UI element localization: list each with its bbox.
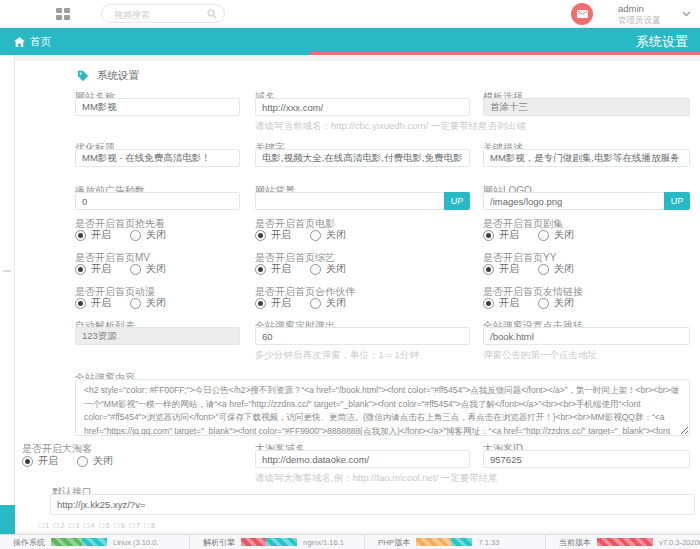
- footer-os: 操作系统 Linux (3.10.0.: [0, 535, 190, 549]
- footer-engine: 解析引擎 nginx/1.16.1: [190, 535, 365, 549]
- search-input[interactable]: [112, 6, 206, 23]
- footer-version-label: 当前版本: [559, 537, 591, 548]
- footer-os-value: Linux (3.10.0.: [113, 538, 158, 547]
- radio-on-label: 开启: [499, 296, 519, 310]
- dataoke-id-input[interactable]: [483, 450, 690, 468]
- radio-off[interactable]: [130, 230, 141, 241]
- envelope-icon: [577, 10, 588, 18]
- radio-off[interactable]: [130, 298, 141, 309]
- radio-on[interactable]: [483, 298, 494, 309]
- breadcrumb-bar: 首页 系统设置: [0, 28, 700, 55]
- video-search-box: [101, 4, 225, 23]
- radio-on[interactable]: [483, 230, 494, 241]
- panel-title: 系统设置: [97, 69, 139, 83]
- radio-off[interactable]: [310, 230, 321, 241]
- toggle-group: 开启 关闭: [483, 228, 574, 242]
- popup-interval-input[interactable]: [255, 327, 470, 345]
- radio-on[interactable]: [255, 298, 266, 309]
- user-menu[interactable]: admin 管理员设置: [618, 4, 661, 25]
- radio-on[interactable]: [255, 230, 266, 241]
- radio-off-label: 关闭: [326, 228, 346, 242]
- popup-interval-help: 多少分钟后再次弹窗，单位：1 = 1分钟: [255, 349, 419, 362]
- toggle-group: 开启 关闭: [255, 228, 346, 242]
- collapsed-sidebar: [0, 55, 15, 549]
- radio-off[interactable]: [310, 264, 321, 275]
- radio-on-label: 开启: [91, 228, 111, 242]
- radio-off-label: 关闭: [326, 296, 346, 310]
- notification-avatar[interactable]: [571, 3, 593, 25]
- radio-off[interactable]: [77, 456, 88, 467]
- parse-list-input[interactable]: [75, 327, 240, 345]
- radio-on-label: 开启: [271, 228, 291, 242]
- settings-card: 系统设置 网站名称 域名 请填写当前域名：http://cbc.yixuedh.…: [15, 61, 700, 532]
- home-icon: [14, 37, 25, 47]
- radio-on-label: 开启: [91, 296, 111, 310]
- toggle-group: 开启 关闭: [483, 296, 574, 310]
- toggle-group: 开启 关闭: [483, 262, 574, 276]
- footer-os-label: 操作系统: [13, 537, 45, 548]
- radio-off[interactable]: [130, 264, 141, 275]
- api-option-row-truncated[interactable]: ☐1 ☐2 ☐3 ☐4 ☐5 ☐6 ☐7 ☐8: [38, 522, 156, 530]
- site-logo-input[interactable]: [483, 192, 690, 210]
- footer-php-bar: [416, 538, 472, 546]
- ad-seconds-input[interactable]: [75, 192, 240, 210]
- sidebar-divider: [3, 270, 11, 272]
- site-logo-upload-button[interactable]: UP: [664, 192, 690, 210]
- popup-content-textarea[interactable]: <h2 style="color: #FF00FF;">今日公告</h2>搜不到…: [75, 379, 690, 436]
- status-footer: 操作系统 Linux (3.10.0. 解析引擎 nginx/1.16.1 PH…: [0, 534, 700, 549]
- username: admin: [618, 4, 661, 14]
- site-bg-input[interactable]: [255, 192, 470, 210]
- dataoke-toggle-group: 开启 关闭: [22, 454, 113, 468]
- radio-off-label: 关闭: [146, 228, 166, 242]
- apps-grid-icon[interactable]: [56, 8, 70, 20]
- popup-link-input[interactable]: [483, 327, 690, 345]
- breadcrumb-page: 系统设置: [636, 28, 688, 55]
- footer-php-value: 7.1.33: [478, 538, 499, 547]
- default-api-input[interactable]: [50, 494, 695, 515]
- description-input[interactable]: [483, 149, 690, 167]
- active-tab-underline: [310, 52, 700, 55]
- user-role: 管理员设置: [618, 15, 661, 25]
- seo-title-input[interactable]: [75, 149, 240, 167]
- radio-on[interactable]: [483, 264, 494, 275]
- radio-on[interactable]: [75, 230, 86, 241]
- toggle-group: 开启 关闭: [255, 262, 346, 276]
- radio-on[interactable]: [75, 264, 86, 275]
- footer-engine-value: nginx/1.16.1: [303, 538, 344, 547]
- footer-os-bar: [51, 538, 107, 546]
- top-bar: admin 管理员设置: [0, 0, 700, 28]
- panel-header: 系统设置: [77, 69, 139, 83]
- dataoke-domain-input[interactable]: [255, 450, 470, 468]
- radio-off[interactable]: [538, 298, 549, 309]
- chevron-down-icon[interactable]: [682, 11, 691, 17]
- breadcrumb-home[interactable]: 首页: [14, 28, 51, 55]
- radio-off[interactable]: [538, 264, 549, 275]
- site-name-input[interactable]: [75, 98, 240, 116]
- radio-off-label: 关闭: [146, 262, 166, 276]
- radio-off-label: 关闭: [93, 454, 113, 468]
- search-icon[interactable]: [207, 9, 217, 19]
- radio-on[interactable]: [22, 456, 33, 467]
- radio-on-label: 开启: [271, 262, 291, 276]
- radio-off[interactable]: [310, 298, 321, 309]
- radio-on-label: 开启: [91, 262, 111, 276]
- radio-off[interactable]: [538, 230, 549, 241]
- toggle-group: 开启 关闭: [75, 296, 166, 310]
- footer-engine-label: 解析引擎: [203, 537, 235, 548]
- system-settings-page: admin 管理员设置 首页 系统设置 系统设置: [0, 0, 700, 549]
- radio-off-label: 关闭: [326, 262, 346, 276]
- template-select[interactable]: [483, 98, 690, 116]
- domain-input[interactable]: [255, 98, 470, 116]
- site-bg-upload-button[interactable]: UP: [444, 192, 470, 210]
- radio-on[interactable]: [255, 264, 266, 275]
- footer-version-value: v7.0.3-20200329: [659, 538, 700, 547]
- toggle-group: 开启 关闭: [255, 296, 346, 310]
- radio-on-label: 开启: [271, 296, 291, 310]
- keywords-input[interactable]: [255, 149, 470, 167]
- radio-off-label: 关闭: [554, 296, 574, 310]
- radio-off-label: 关闭: [146, 296, 166, 310]
- radio-on[interactable]: [75, 298, 86, 309]
- radio-on-label: 开启: [499, 228, 519, 242]
- footer-engine-bar: [241, 538, 297, 546]
- breadcrumb-page-label: 系统设置: [636, 33, 688, 51]
